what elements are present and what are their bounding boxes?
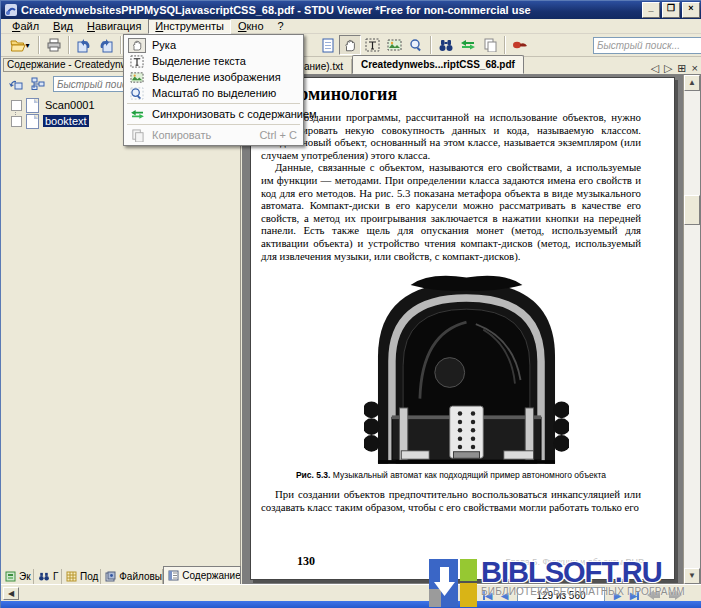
tab-highlight[interactable]: Под: [62, 569, 101, 584]
figure-caption-text: Музыкальный автомат как подходящий приме…: [330, 470, 606, 480]
collapse-sidebar-button[interactable]: ◀: [3, 587, 19, 600]
scrollbar-thumb[interactable]: [684, 195, 700, 225]
copy-icon: [483, 38, 497, 52]
tools-menu-popup: Рука Выделение текста Выделение изображе…: [123, 34, 304, 146]
menu-item-select-image[interactable]: Выделение изображения: [124, 69, 303, 85]
window-title: CreatedynwebsitesPHPMySQLjavascriptCSS_6…: [21, 4, 640, 16]
tree-expander-icon[interactable]: [11, 116, 22, 127]
printer-icon: [46, 38, 62, 52]
menu-item-zoom-selection[interactable]: Масштаб по выделению: [124, 85, 303, 101]
document-area: ное ...льзование).txt Createdynwebs...ri…: [242, 57, 701, 584]
menu-separator: [127, 103, 300, 104]
print-button[interactable]: [43, 35, 65, 55]
fit-page-button[interactable]: [317, 35, 339, 55]
tab-grid-icon[interactable]: ⊞: [677, 63, 686, 74]
binoculars-small-icon: [38, 572, 50, 582]
biblsoft-watermark: BIBLSOFT.RU БИБЛИОТЕКА БЕСПЛАТНЫХ ПРОГРА…: [429, 559, 701, 608]
toolbar: ▾: [1, 34, 701, 57]
rotate-left-button[interactable]: [73, 35, 95, 55]
document-tab-bar: ное ...льзование).txt Createdynwebs...ri…: [242, 57, 701, 75]
app-icon: [4, 3, 18, 17]
rotate-right-button[interactable]: [95, 35, 117, 55]
menu-item-label: Копировать: [152, 129, 211, 141]
page-icon: [26, 114, 39, 129]
document-tab-pdf[interactable]: Createdynwebs...riptCSS_68.pdf: [352, 55, 524, 74]
image-select-icon: [387, 38, 402, 52]
tab-contents[interactable]: Содержание: [163, 566, 241, 584]
menu-window[interactable]: Окно: [231, 19, 271, 34]
text-select-icon: [365, 38, 380, 52]
toolbar-separator: [430, 36, 432, 54]
fit-page-icon: [322, 38, 334, 53]
figure-caption-label: Рис. 5.3.: [296, 470, 331, 480]
menu-help[interactable]: ?: [271, 19, 291, 34]
tree-expander-icon[interactable]: [11, 100, 22, 111]
page-icon: [26, 98, 39, 113]
image-select-button[interactable]: [383, 35, 405, 55]
prev-tab-icon[interactable]: ◁: [650, 63, 658, 74]
rotate-right-icon: [98, 38, 114, 53]
tab-file-explorer[interactable]: Файловы: [101, 569, 163, 584]
vertical-scrollbar[interactable]: ▲ ▼: [683, 75, 700, 584]
hand-icon: [128, 38, 146, 53]
paragraph-1: При создании программы, рассчитанной на …: [261, 111, 641, 161]
page-heading: Терминология: [279, 84, 641, 105]
expand-tree-icon: [31, 77, 45, 90]
zoom-select-button[interactable]: [405, 35, 427, 55]
menu-bar: Файл Вид Навигация Инструменты Окно ?: [1, 19, 701, 34]
watermark-subtitle: БИБЛИОТЕКА БЕСПЛАТНЫХ ПРОГРАММ: [481, 586, 685, 597]
menu-file[interactable]: Файл: [5, 19, 46, 34]
toolbar-separator: [38, 36, 40, 54]
sidebar-panel-tabs: Эк Г Под Файловы Содержание: [1, 567, 241, 584]
sync-arrows-icon: [128, 107, 146, 122]
menu-separator: [127, 124, 300, 125]
menu-item-select-text[interactable]: Выделение текста: [124, 53, 303, 69]
menu-item-shortcut: Ctrl + C: [259, 129, 297, 141]
expand-all-button[interactable]: [31, 77, 45, 92]
scroll-up-button[interactable]: ▲: [684, 75, 700, 91]
drive-icon: [105, 571, 116, 582]
menu-navigation[interactable]: Навигация: [80, 19, 148, 34]
menu-item-copy[interactable]: Копировать Ctrl + C: [124, 127, 303, 143]
page-number: 130: [297, 554, 315, 569]
quick-search-input[interactable]: [593, 37, 701, 54]
minimize-button[interactable]: _: [642, 2, 660, 18]
menu-item-hand[interactable]: Рука: [124, 37, 303, 53]
zoom-select-icon: [409, 38, 424, 52]
book-page: Терминология При создании программы, рас…: [250, 77, 675, 580]
tree-item-label[interactable]: Scan0001: [43, 99, 97, 111]
maximize-button[interactable]: ❐: [662, 2, 680, 18]
toolbar-separator: [120, 36, 122, 54]
tab-label: Эк: [19, 571, 31, 582]
watermark-title: BIBLSOFT.RU: [481, 559, 685, 586]
tab-search[interactable]: Г: [34, 569, 62, 584]
menu-tools[interactable]: Инструменты: [148, 19, 231, 34]
menu-item-label: Синхронизовать с содержанием: [152, 108, 317, 120]
grid-icon: [66, 571, 77, 582]
open-file-button[interactable]: ▾: [5, 35, 35, 55]
thumbnails-icon: [5, 571, 16, 582]
marker-tool-button[interactable]: [509, 35, 531, 55]
tab-close-icon[interactable]: ×: [692, 63, 698, 74]
close-button[interactable]: ×: [682, 2, 700, 18]
hand-tool-button[interactable]: [339, 35, 361, 55]
search-button[interactable]: [435, 35, 457, 55]
page-text: Терминология При создании программы, рас…: [261, 82, 641, 513]
jukebox-image: [364, 268, 569, 464]
menu-item-sync-contents[interactable]: Синхронизовать с содержанием: [124, 106, 303, 122]
tree-item-label-selected[interactable]: booktext: [43, 115, 89, 127]
sync-with-contents-button[interactable]: [457, 35, 479, 55]
toolbar-separator: [504, 36, 506, 54]
collapse-all-button[interactable]: [9, 77, 23, 92]
menu-view[interactable]: Вид: [46, 19, 80, 34]
binoculars-icon: [438, 39, 454, 52]
tab-label: Файловы: [119, 571, 162, 582]
copy-button[interactable]: [479, 35, 501, 55]
menu-item-label: Масштаб по выделению: [152, 87, 276, 99]
tab-thumbnails[interactable]: Эк: [1, 569, 34, 584]
text-select-button[interactable]: [361, 35, 383, 55]
tab-bar-controls: ◁ ▷ ⊞ ×: [645, 63, 701, 74]
next-tab-icon[interactable]: ▷: [664, 63, 672, 74]
hand-icon: [343, 38, 357, 53]
watermark-text: BIBLSOFT.RU БИБЛИОТЕКА БЕСПЛАТНЫХ ПРОГРА…: [481, 559, 685, 597]
